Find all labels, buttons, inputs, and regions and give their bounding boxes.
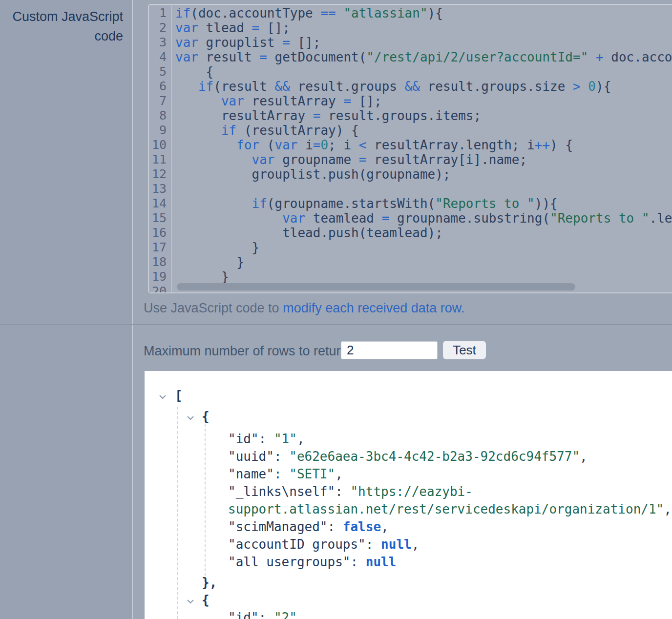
json-row-text: "id": "2", (228, 610, 305, 619)
code-text: } (172, 240, 259, 255)
code-text: var result = getDocument("/rest/api/2/us… (172, 50, 672, 64)
json-row: "all usergroups": null (145, 554, 672, 571)
json-row: "accountID groups": null, (145, 536, 672, 554)
hint-text: Use JavaScript code to (144, 301, 283, 315)
code-line[interactable]: 9 if (resultArray) { (149, 123, 672, 138)
json-row-text: "id": "1", (228, 432, 305, 446)
section-divider (0, 324, 672, 325)
code-line[interactable]: 5 { (149, 64, 672, 79)
json-row-text: [ (175, 388, 183, 403)
code-line[interactable]: 19 } (149, 269, 672, 284)
custom-javascript-code-editor[interactable]: 1if(doc.accountType == "atlassian"){2var… (148, 4, 672, 293)
json-row-text: "all usergroups": null (228, 555, 396, 569)
code-line[interactable]: 16 tlead.push(teamlead); (149, 226, 672, 240)
line-number: 18 (149, 255, 172, 269)
code-line[interactable]: 2var tlead = []; (149, 21, 672, 35)
editor-horizontal-scrollbar[interactable] (177, 283, 575, 290)
json-row: }, (145, 574, 672, 592)
json-row: support.atlassian.net/rest/servicedeskap… (145, 501, 672, 518)
chevron-down-icon[interactable] (157, 390, 168, 400)
line-number: 12 (149, 167, 172, 182)
line-number: 13 (149, 182, 172, 196)
code-lines: 1if(doc.accountType == "atlassian"){2var… (149, 6, 672, 293)
code-text: if(groupname.startsWith("Reports to ")){ (172, 196, 558, 211)
max-rows-label: Maximum number of rows to return (144, 344, 348, 359)
code-line[interactable]: 11 var groupname = resultArray[i].name; (149, 152, 672, 167)
line-number: 16 (149, 226, 172, 240)
code-line[interactable]: 15 var teamlead = groupname.substring("R… (149, 211, 672, 226)
json-row: "_links\nself": "https://eazybi- (145, 483, 672, 501)
code-line[interactable]: 10 for (var i=0; i < resultArray.length;… (149, 138, 672, 152)
line-number: 11 (149, 152, 172, 167)
code-line[interactable]: 7 var resultArray = []; (149, 94, 672, 108)
chevron-down-icon[interactable] (185, 594, 196, 605)
result-rows: [{"id": "1","uuid": "e62e6aea-3bc4-4c42-… (145, 387, 672, 619)
chevron-down-icon[interactable] (185, 411, 196, 421)
editor-hint: Use JavaScript code to modify each recei… (144, 301, 464, 316)
code-line[interactable]: 3var grouplist = []; (149, 35, 672, 50)
json-row-text: }, (202, 575, 217, 590)
test-result-viewer: [{"id": "1","uuid": "e62e6aea-3bc4-4c42-… (145, 371, 672, 619)
code-text: } (172, 255, 244, 269)
json-row: "id": "2", (145, 609, 672, 619)
json-row-text: "uuid": "e62e6aea-3bc4-4c42-b2a3-92cd6c9… (228, 449, 588, 464)
line-number: 9 (149, 123, 172, 138)
code-text: if(result && result.groups && result.gro… (172, 79, 611, 94)
json-row: "uuid": "e62e6aea-3bc4-4c42-b2a3-92cd6c9… (145, 448, 672, 466)
code-line[interactable]: 1if(doc.accountType == "atlassian"){ (149, 6, 672, 21)
code-text: for (var i=0; i < resultArray.length; i+… (172, 138, 573, 152)
json-row-text: "scimManaged": false, (228, 519, 389, 534)
json-row-text: "accountID groups": null, (228, 537, 419, 552)
json-row: { (145, 408, 672, 431)
line-number: 7 (149, 94, 172, 108)
code-text (172, 182, 175, 196)
modify-data-row-link[interactable]: modify each received data row. (283, 301, 464, 315)
code-text: var groupname = resultArray[i].name; (172, 152, 527, 167)
form-label-column: Custom JavaScript code (0, 0, 133, 619)
code-text: var resultArray = []; (172, 94, 382, 108)
line-number: 1 (149, 6, 172, 21)
code-line[interactable]: 14 if(groupname.startsWith("Reports to "… (149, 196, 672, 211)
code-text: } (172, 269, 229, 284)
line-number: 10 (149, 138, 172, 152)
code-text: resultArray = result.groups.items; (172, 108, 481, 123)
code-text: if(doc.accountType == "atlassian"){ (172, 6, 443, 21)
code-text: var tlead = []; (172, 21, 290, 35)
line-number: 14 (149, 196, 172, 211)
line-number: 2 (149, 21, 172, 35)
json-row-text: { (202, 409, 210, 424)
code-text: grouplist.push(groupname); (172, 167, 451, 182)
test-button[interactable]: Test (443, 341, 486, 359)
json-row-text: "_links\nself": "https://eazybi- (228, 484, 473, 499)
code-line[interactable]: 4var result = getDocument("/rest/api/2/u… (149, 50, 672, 64)
line-number: 5 (149, 64, 172, 79)
json-row: "name": "SETI", (145, 466, 672, 483)
code-text: { (172, 64, 213, 79)
code-line[interactable]: 13 (149, 182, 672, 196)
line-number: 17 (149, 240, 172, 255)
code-line[interactable]: 18 } (149, 255, 672, 269)
code-line[interactable]: 6 if(result && result.groups && result.g… (149, 79, 672, 94)
line-number: 20 (149, 284, 172, 293)
json-row-text: "name": "SETI", (228, 467, 343, 481)
code-line[interactable]: 17 } (149, 240, 672, 255)
code-text: tlead.push(teamlead); (172, 226, 443, 240)
line-number: 15 (149, 211, 172, 226)
max-rows-input[interactable] (341, 341, 438, 359)
code-text: if (resultArray) { (172, 123, 359, 138)
code-line[interactable]: 12 grouplist.push(groupname); (149, 167, 672, 182)
json-row-text: { (202, 593, 210, 607)
line-number: 19 (149, 269, 172, 284)
json-row: { (145, 592, 672, 609)
json-row: [ (145, 387, 672, 408)
custom-javascript-code-label: Custom JavaScript code (0, 7, 123, 46)
code-text: var teamlead = groupname.substring("Repo… (172, 211, 672, 226)
code-text: var grouplist = []; (172, 35, 320, 50)
line-number: 4 (149, 50, 172, 64)
line-number: 3 (149, 35, 172, 50)
code-line[interactable]: 8 resultArray = result.groups.items; (149, 108, 672, 123)
json-row: "scimManaged": false, (145, 518, 672, 536)
line-number: 8 (149, 108, 172, 123)
code-text (172, 284, 175, 293)
json-row-text: support.atlassian.net/rest/servicedeskap… (228, 502, 672, 516)
